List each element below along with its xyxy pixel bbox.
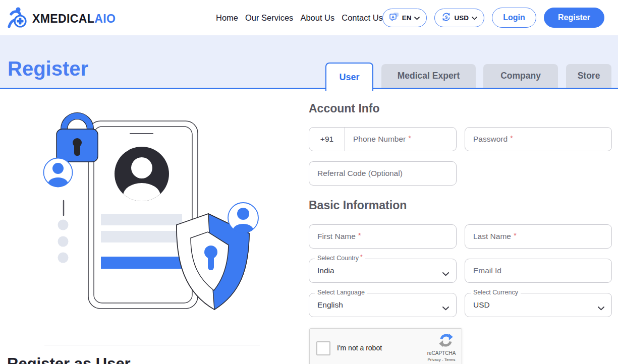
language-selector[interactable]: A EN: [382, 9, 427, 27]
privacy-link[interactable]: Privacy: [428, 357, 441, 362]
chevron-down-icon: [414, 13, 420, 22]
brand-name: XMEDICALAIO: [32, 12, 116, 26]
language-select[interactable]: Select Language English: [309, 293, 457, 317]
page-header-band: Register User Medical Expert Company Sto…: [0, 35, 618, 89]
main-nav: Home Our Services About Us Contact Us: [216, 0, 383, 35]
recaptcha-brand: reCAPTCHA: [426, 350, 457, 356]
country-value: India: [317, 266, 334, 275]
referral-placeholder: Referral Code (Optional): [317, 169, 403, 178]
bottom-section-heading: Register as User: [7, 355, 131, 364]
tab-user[interactable]: User: [325, 63, 373, 91]
terms-link[interactable]: Terms: [444, 357, 456, 362]
phone-prefix: +91: [309, 135, 345, 144]
nav-item-contact-us[interactable]: Contact Us: [342, 13, 383, 23]
page-title: Register: [8, 57, 88, 80]
chevron-down-icon: [442, 304, 449, 313]
account-info-heading: Account Info: [309, 102, 380, 115]
recaptcha-checkbox[interactable]: [316, 341, 330, 355]
brand-logo[interactable]: XMEDICALAIO: [6, 6, 116, 32]
currency-exchange-icon: $: [441, 12, 451, 24]
currency-select[interactable]: Select Currency USD: [465, 293, 612, 317]
recaptcha-widget: I'm not a robot reCAPTCHA Privacy - Term…: [309, 328, 462, 364]
nav-item-home[interactable]: Home: [216, 13, 238, 23]
chevron-down-icon: [442, 269, 449, 278]
language-label: Select Language: [315, 289, 367, 296]
required-marker: *: [358, 231, 361, 239]
phone-placeholder: Phone Number: [345, 135, 406, 144]
chevron-down-icon: [598, 304, 604, 313]
nav-item-about-us[interactable]: About Us: [300, 13, 334, 23]
recaptcha-label: I'm not a robot: [337, 344, 382, 352]
phone-number-input[interactable]: +91 Phone Number *: [309, 127, 457, 151]
language-value: English: [317, 300, 343, 310]
required-marker: *: [514, 231, 517, 239]
chevron-down-icon: [472, 13, 477, 22]
security-illustration: [30, 96, 262, 348]
country-label: Select Country*: [315, 255, 365, 262]
required-marker: *: [408, 134, 411, 142]
email-placeholder: Email Id: [473, 266, 501, 275]
currency-select-value: USD: [473, 300, 490, 310]
tab-store[interactable]: Store: [566, 64, 611, 88]
last-name-input[interactable]: Last Name *: [465, 224, 612, 249]
country-select[interactable]: Select Country* India: [309, 259, 457, 283]
recaptcha-links: Privacy - Terms: [426, 357, 457, 362]
email-input[interactable]: Email Id: [465, 259, 612, 283]
recaptcha-logo-icon: [438, 333, 454, 348]
register-page: XMEDICALAIO Home Our Services About Us C…: [0, 0, 618, 364]
required-marker: *: [510, 134, 513, 142]
basic-information-heading: Basic Information: [309, 199, 407, 212]
first-name-input[interactable]: First Name *: [309, 224, 457, 249]
password-input[interactable]: Password *: [465, 127, 612, 151]
tab-medical-expert[interactable]: Medical Expert: [381, 64, 476, 88]
nav-item-our-services[interactable]: Our Services: [245, 13, 293, 23]
first-name-placeholder: First Name: [317, 232, 356, 241]
medical-person-logo-icon: [6, 6, 29, 32]
tab-company[interactable]: Company: [483, 64, 558, 88]
top-navbar: XMEDICALAIO Home Our Services About Us C…: [0, 0, 618, 35]
register-button[interactable]: Register: [544, 8, 604, 28]
language-value: EN: [402, 14, 412, 22]
header-actions: A EN $ USD: [382, 0, 604, 35]
last-name-placeholder: Last Name: [473, 232, 511, 241]
currency-value: USD: [454, 14, 469, 22]
section-divider: [44, 345, 260, 345]
currency-label: Select Currency: [471, 289, 521, 296]
currency-selector[interactable]: $ USD: [434, 9, 484, 27]
password-placeholder: Password: [473, 135, 508, 144]
login-button[interactable]: Login: [492, 8, 536, 28]
svg-text:A: A: [391, 15, 395, 19]
svg-text:$: $: [445, 14, 448, 19]
referral-code-input[interactable]: Referral Code (Optional): [309, 161, 457, 186]
translate-icon: A: [389, 12, 399, 23]
